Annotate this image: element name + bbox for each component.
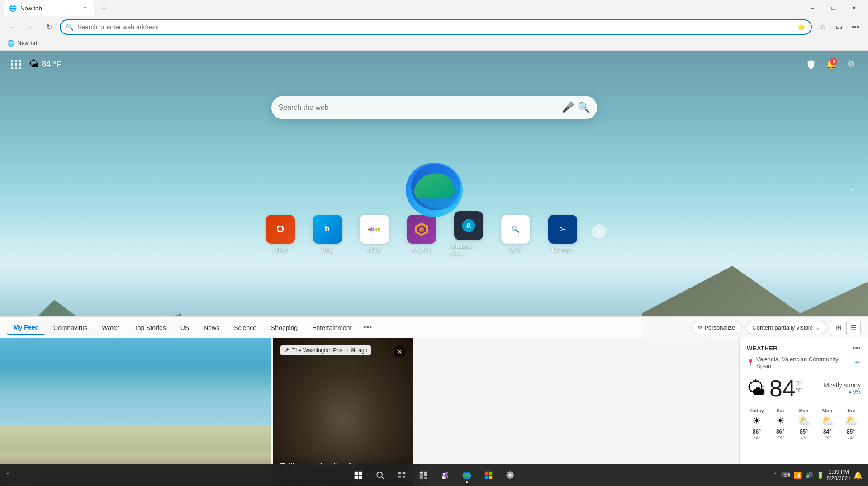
notification-center-icon[interactable]: 🔔 (854, 471, 863, 480)
microphone-button[interactable]: 🎤 (562, 102, 574, 113)
taskbar-chevron[interactable]: ⌃ (773, 472, 778, 478)
feed-tab-coronavirus[interactable]: Coronavirus (47, 321, 94, 334)
amazon-label: Amazon Ass... (451, 243, 487, 256)
disney-label: Disney+ (552, 246, 573, 253)
feed-more-button[interactable]: ••• (360, 321, 375, 334)
personalize-button[interactable]: ✏ Personalize (691, 321, 742, 334)
shield-button[interactable] (803, 56, 819, 72)
svg-rect-16 (402, 476, 405, 478)
collapse-button[interactable]: ⌃ (844, 184, 859, 198)
taskbar-store[interactable] (479, 465, 498, 485)
svg-rect-27 (484, 472, 488, 475)
svg-rect-17 (419, 472, 423, 474)
browser-tab[interactable]: 🌐 New tab ✕ (4, 0, 94, 16)
weather-main: 🌤 84 °F °C Mostly sunny ♦ 9% (740, 373, 868, 404)
taskbar-start[interactable] (348, 465, 368, 485)
new-tab-button[interactable]: + (98, 2, 110, 14)
address-input[interactable] (77, 24, 793, 31)
close-button[interactable]: ✕ (844, 0, 864, 16)
feed-tab-shopping[interactable]: Shopping (265, 321, 304, 334)
taskbar-clock[interactable]: 1:39 PM 8/20/2021 (827, 469, 851, 481)
svg-rect-13 (398, 472, 401, 474)
quick-link-office[interactable]: O Office (262, 215, 299, 253)
quick-link-bing[interactable]: b Bing (309, 215, 346, 253)
svg-rect-30 (489, 476, 492, 479)
view-toggle: ⊞ ☰ (831, 321, 861, 335)
content-visible-button[interactable]: Content partially visible ⌄ (745, 321, 827, 334)
taskbar-teams[interactable] (435, 465, 455, 485)
maximize-button[interactable]: □ (823, 0, 844, 16)
quick-link-ebay[interactable]: ebay eBay (356, 215, 393, 253)
taskbar-right: ⌃ ⌨ 📶 🔊 🔋 1:39 PM 8/20/2021 🔔 (773, 469, 863, 481)
quick-link-disney[interactable]: D+ Disney+ (545, 215, 581, 253)
more-button[interactable]: ••• (848, 20, 863, 34)
news-source-badge: 🗞 The Washington Post · 9h ago (280, 345, 371, 355)
tab-close-button[interactable]: ✕ (81, 5, 89, 12)
volume-icon[interactable]: 🔊 (805, 472, 813, 479)
svg-rect-18 (419, 474, 423, 479)
chevron-up-icon[interactable]: ⌃ (5, 472, 10, 478)
feed-tab-entertainment[interactable]: Entertainment (306, 321, 358, 334)
list-view-button[interactable]: ☰ (846, 321, 861, 335)
fahrenheit-label: °F (796, 379, 803, 387)
wayfair-label: Wayfair (412, 246, 432, 253)
feed-tab-watch[interactable]: Watch (96, 321, 126, 334)
apps-button[interactable] (9, 57, 24, 71)
add-link-button[interactable]: + (592, 224, 606, 239)
weather-edit-button[interactable]: ✏ (855, 359, 861, 366)
news-card-secondary[interactable]: 🗞 The Washington Post · 9h ago ✕ Taliban… (273, 338, 413, 486)
forecast-day-label: Sun (792, 408, 816, 413)
apps-dot (19, 60, 21, 62)
search-submit-button[interactable]: 🔍 (578, 102, 590, 113)
forward-button[interactable]: → (24, 20, 38, 34)
news-card-main[interactable]: 10 Hippest Hotels in Kefalonia - Hand-pi… (0, 338, 271, 486)
news-close-button[interactable]: ✕ (394, 345, 406, 358)
favorites-button[interactable]: ☆ (816, 20, 830, 34)
disney-icon: D+ (548, 215, 577, 244)
keyboard-icon[interactable]: ⌨ (781, 472, 790, 479)
weather-icon-large: 🌤 (747, 377, 766, 399)
forecast-sat: Sat ☀ 86° 73° (768, 408, 792, 440)
weather-widget-top[interactable]: 🌤 84 °F (29, 58, 61, 70)
weather-unit-toggle: °F °C (796, 377, 803, 394)
search-input[interactable] (279, 104, 558, 112)
feed-tab-us[interactable]: US (174, 321, 195, 334)
settings-button[interactable]: ⚙ (843, 56, 859, 72)
forecast-day-label: Mon (816, 408, 839, 413)
feed-tab-top-stories[interactable]: Top Stories (128, 321, 172, 334)
back-button[interactable]: ← (5, 20, 20, 34)
location-pin-icon: 📍 (747, 359, 754, 366)
weather-location: 📍 Valencia, Valencian Community, Spain ✏ (740, 356, 868, 373)
apps-dot (19, 63, 21, 66)
taskbar-widgets[interactable] (413, 465, 433, 485)
weather-more-button[interactable]: ••• (852, 344, 861, 353)
address-bar[interactable]: 🔍 ⭐ (60, 19, 812, 35)
edge-logo-container (400, 155, 468, 224)
weather-temp-display: 84 °F °C (769, 377, 803, 400)
svg-point-22 (442, 473, 445, 476)
feed-tab-science[interactable]: Science (228, 321, 263, 334)
refresh-button[interactable]: ↻ (42, 20, 56, 34)
taskbar-settings[interactable] (500, 465, 520, 485)
svg-rect-14 (402, 472, 405, 474)
quick-link-qvc[interactable]: 🔍 QVC (498, 215, 534, 253)
taskbar-edge[interactable] (457, 465, 477, 485)
battery-icon[interactable]: 🔋 (816, 472, 824, 479)
forecast-lo: 73° (816, 435, 839, 440)
forecast-lo: 74° (745, 435, 768, 440)
weather-precip: ♦ 9% (824, 389, 861, 395)
bing-label: Bing (321, 246, 333, 253)
taskbar-search[interactable] (370, 465, 390, 485)
minimize-button[interactable]: − (802, 0, 823, 16)
notifications-button[interactable]: 🔔 3 (823, 56, 839, 72)
wifi-icon[interactable]: 📶 (794, 472, 802, 479)
feed-tab-my-feed[interactable]: My Feed (7, 321, 45, 335)
grid-view-button[interactable]: ⊞ (831, 321, 845, 335)
collections-button[interactable]: 🗂 (832, 20, 846, 34)
weather-card-title: WEATHER (747, 345, 778, 352)
ebay-icon: ebay (360, 215, 389, 244)
feed-tab-news[interactable]: News (197, 321, 226, 334)
office-icon: O (266, 215, 295, 244)
taskbar-taskview[interactable] (392, 465, 412, 485)
favorites-icon[interactable]: ⭐ (797, 23, 806, 32)
